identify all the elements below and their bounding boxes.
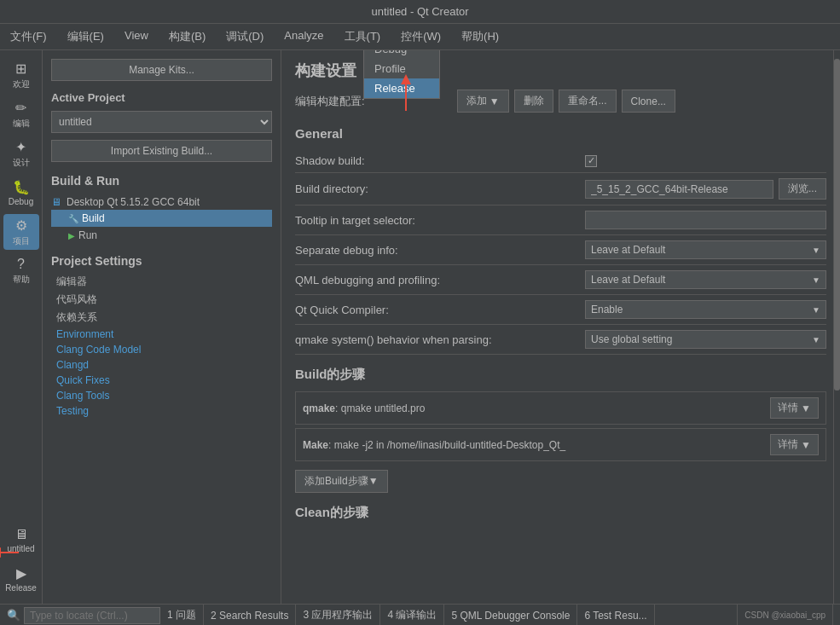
qml-debug-value: Leave at Default ▼: [585, 270, 826, 289]
status-search-results[interactable]: 2 Search Results: [204, 605, 296, 625]
build-config-label: 编辑构建配置:: [295, 94, 365, 109]
menu-view[interactable]: View: [121, 27, 152, 46]
delete-config-button[interactable]: 删除: [514, 90, 553, 113]
menu-analyze[interactable]: Analyze: [281, 27, 327, 46]
settings-clangd[interactable]: Clangd: [51, 357, 272, 373]
status-problems[interactable]: 1 问题: [160, 605, 204, 625]
make-bold-label: Make: [303, 439, 328, 451]
build-steps-header: Build的步骤: [295, 367, 826, 383]
qmake-behavior-text: Use global setting: [591, 333, 672, 345]
kit-monitor-icon: 🖥: [51, 196, 61, 208]
separate-debug-row: Separate debug info: Leave at Default ▼: [295, 235, 826, 265]
make-step-row: Make: make -j2 in /home/linasi/build-unt…: [295, 428, 826, 461]
search-icon: 🔍: [7, 609, 20, 622]
projects-icon: ⚙: [15, 217, 27, 234]
qmake-behavior-value: Use global setting ▼: [585, 330, 826, 349]
settings-environment[interactable]: Environment: [51, 327, 272, 342]
config-profile-option[interactable]: Profile: [364, 59, 439, 78]
menu-controls[interactable]: 控件(W): [397, 27, 444, 46]
run-play-icon: ▶: [68, 231, 75, 240]
separate-debug-value: Leave at Default ▼: [585, 240, 826, 259]
qmake-step-row: qmake: qmake untitled.pro 详情 ▼: [295, 391, 826, 425]
run-tree-item[interactable]: ▶ Run: [51, 227, 272, 244]
welcome-icon: ⊞: [15, 61, 26, 77]
menu-help[interactable]: 帮助(H): [458, 27, 502, 46]
menu-tools[interactable]: 工具(T): [341, 27, 385, 46]
config-debug-option[interactable]: Debug: [364, 50, 439, 59]
tooltip-row: Tooltip in target selector:: [295, 205, 826, 235]
settings-clang-code-model[interactable]: Clang Code Model: [51, 342, 272, 357]
settings-testing[interactable]: Testing: [51, 403, 272, 419]
clean-steps-section: Clean的步骤: [295, 505, 826, 521]
make-detail-button[interactable]: 详情 ▼: [770, 434, 819, 455]
rename-config-button[interactable]: 重命名...: [559, 90, 617, 113]
separate-debug-select[interactable]: Leave at Default ▼: [585, 240, 826, 259]
clone-config-button[interactable]: Clone...: [622, 90, 675, 113]
add-config-button[interactable]: 添加 ▼: [457, 90, 509, 113]
add-config-label: 添加: [466, 94, 487, 108]
config-release-option[interactable]: Release: [364, 78, 439, 98]
shadow-build-checkbox[interactable]: ✓: [585, 155, 597, 167]
sidebar-item-welcome[interactable]: ⊞ 欢迎: [3, 57, 39, 93]
build-steps-section: Build的步骤 qmake: qmake untitled.pro 详情 ▼ …: [295, 367, 826, 493]
sidebar-item-untitled[interactable]: 🖥 untitled: [3, 522, 39, 558]
menu-bar: 文件(F) 编辑(E) View 构建(B) 调试(D) Analyze 工具(…: [0, 24, 840, 50]
shadow-build-label: Shadow build:: [295, 154, 585, 167]
tooltip-value: [585, 211, 826, 229]
tooltip-input[interactable]: [585, 211, 826, 229]
sidebar-item-debug[interactable]: 🐛 Debug: [3, 175, 39, 211]
csdn-watermark: CSDN @xiaobai_cpp: [738, 605, 833, 625]
build-directory-input[interactable]: [585, 180, 773, 199]
wrench-icon: 🔧: [68, 214, 78, 223]
browse-button[interactable]: 浏览...: [779, 178, 826, 200]
menu-edit[interactable]: 编辑(E): [64, 27, 107, 46]
build-label: Build: [82, 212, 105, 224]
sidebar-item-release[interactable]: ▶ Release: [3, 561, 39, 597]
help-icon: ?: [17, 257, 25, 272]
status-test-results[interactable]: 6 Test Resu...: [577, 605, 654, 625]
project-select[interactable]: untitled: [51, 111, 272, 133]
debug-label: Debug: [9, 197, 33, 206]
qml-debug-text: Leave at Default: [591, 274, 665, 286]
build-directory-value: 浏览...: [585, 178, 826, 200]
active-project-title: Active Project: [51, 91, 272, 104]
qmake-behavior-chevron-icon: ▼: [812, 335, 820, 344]
import-existing-build-button[interactable]: Import Existing Build...: [51, 140, 272, 162]
settings-clang-tools[interactable]: Clang Tools: [51, 388, 272, 403]
edit-label: 编辑: [13, 118, 30, 130]
qt-quick-compiler-label: Qt Quick Compiler:: [295, 304, 585, 316]
qmake-detail-button[interactable]: 详情 ▼: [770, 397, 819, 419]
clean-steps-header: Clean的步骤: [295, 505, 826, 521]
sidebar-item-edit[interactable]: ✏ 编辑: [3, 96, 39, 132]
qml-debug-chevron-icon: ▼: [812, 275, 820, 285]
add-build-step-button[interactable]: 添加Build步骤▼: [295, 470, 388, 493]
sidebar-item-projects[interactable]: ⚙ 项目: [3, 214, 39, 250]
qml-debug-select[interactable]: Leave at Default ▼: [585, 270, 826, 289]
run-label: Run: [78, 229, 97, 241]
qt-quick-compiler-select[interactable]: Enable ▼: [585, 300, 826, 319]
manage-kits-button[interactable]: Manage Kits...: [51, 59, 272, 81]
status-app-output[interactable]: 3 应用程序输出: [296, 605, 380, 625]
icon-sidebar: ⊞ 欢迎 ✏ 编辑 ✦ 设计 🐛 Debug ⚙ 项目 ? 帮助: [0, 50, 43, 604]
make-command: make -j2 in /home/linasi/build-untitled-…: [334, 439, 565, 451]
settings-quick-fixes[interactable]: Quick Fixes: [51, 373, 272, 388]
sidebar-item-design[interactable]: ✦ 设计: [3, 136, 39, 171]
build-tree-item[interactable]: 🔧 Build: [51, 210, 272, 227]
settings-dependencies[interactable]: 依赖关系: [51, 309, 272, 327]
status-compile-output[interactable]: 4 编译输出: [380, 605, 444, 625]
qmake-behavior-label: qmake system() behavior when parsing:: [295, 333, 585, 346]
menu-debug[interactable]: 调试(D): [223, 27, 267, 46]
projects-label: 项目: [13, 235, 30, 247]
menu-file[interactable]: 文件(F): [7, 27, 50, 46]
status-qml-debugger[interactable]: 5 QML Debugger Console: [444, 605, 577, 625]
locate-input[interactable]: [24, 607, 160, 624]
sidebar-item-help[interactable]: ? 帮助: [3, 253, 39, 289]
settings-codestyle[interactable]: 代码风格: [51, 291, 272, 309]
menu-build[interactable]: 构建(B): [165, 27, 209, 46]
qmake-behavior-select[interactable]: Use global setting ▼: [585, 330, 826, 349]
make-detail-chevron-icon: ▼: [801, 439, 811, 451]
settings-editor[interactable]: 编辑器: [51, 273, 272, 291]
monitor-icon: 🖥: [14, 527, 28, 542]
design-icon: ✦: [15, 139, 26, 155]
untitled-label: untitled: [7, 544, 34, 553]
